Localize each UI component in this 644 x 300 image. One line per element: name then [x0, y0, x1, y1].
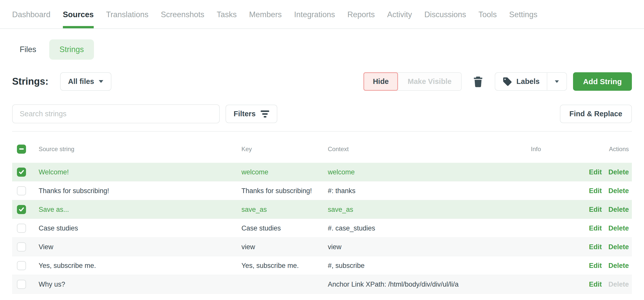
- edit-link[interactable]: Edit: [589, 187, 602, 195]
- trash-icon: [473, 76, 483, 88]
- context-cell: save_as: [328, 206, 484, 214]
- context-cell: welcome: [328, 168, 484, 176]
- key-cell: welcome: [241, 168, 328, 176]
- delete-link-disabled: Delete: [608, 281, 629, 288]
- delete-link[interactable]: Delete: [608, 243, 629, 251]
- find-replace-button[interactable]: Find & Replace: [560, 105, 632, 123]
- source-string-cell: Why us?: [39, 281, 241, 288]
- labels-button-label: Labels: [516, 77, 540, 86]
- key-cell: Yes, subscribe me.: [241, 262, 328, 270]
- filters-button[interactable]: Filters: [226, 105, 277, 123]
- caret-down-icon: [99, 80, 103, 83]
- check-icon: [18, 169, 24, 175]
- column-header-key: Key: [241, 146, 328, 153]
- edit-link[interactable]: Edit: [589, 206, 602, 214]
- nav-item-sources[interactable]: Sources: [63, 10, 94, 28]
- indeterminate-checkbox-icon: [19, 148, 24, 150]
- filter-list-icon: [261, 110, 269, 118]
- tag-icon: [502, 77, 512, 87]
- search-input[interactable]: [12, 104, 220, 123]
- table-header-row: Source string Key Context Info Actions: [12, 132, 632, 163]
- key-cell: Thanks for subscribing!: [241, 187, 328, 195]
- source-string-cell: Welcome!: [39, 168, 241, 176]
- key-cell: Case studies: [241, 224, 328, 232]
- select-all-checkbox[interactable]: [17, 145, 26, 154]
- labels-dropdown-toggle[interactable]: [547, 73, 566, 90]
- context-cell: #: thanks: [328, 187, 484, 195]
- row-checkbox[interactable]: [17, 205, 26, 214]
- delete-link[interactable]: Delete: [608, 262, 629, 270]
- column-header-info: Info: [484, 146, 541, 153]
- nav-item-members[interactable]: Members: [249, 10, 282, 28]
- nav-item-activity[interactable]: Activity: [387, 10, 412, 28]
- labels-button[interactable]: Labels: [495, 73, 547, 90]
- table-row: Save as... save_as save_as Edit Delete: [12, 200, 632, 219]
- nav-item-dashboard[interactable]: Dashboard: [12, 10, 51, 28]
- nav-item-settings[interactable]: Settings: [509, 10, 537, 28]
- table-row: Thanks for subscribing! Thanks for subsc…: [12, 181, 632, 200]
- tab-files[interactable]: Files: [20, 45, 36, 54]
- nav-item-screenshots[interactable]: Screenshots: [161, 10, 204, 28]
- source-view-tabs: Files Strings: [12, 39, 632, 60]
- page-title: Strings:: [12, 76, 48, 87]
- row-checkbox[interactable]: [17, 242, 26, 251]
- delete-link[interactable]: Delete: [608, 224, 629, 232]
- source-string-cell: Save as...: [39, 206, 241, 214]
- table-row: Yes, subscribe me. Yes, subscribe me. #,…: [12, 256, 632, 275]
- edit-link[interactable]: Edit: [589, 243, 602, 251]
- source-string-cell: View: [39, 243, 241, 251]
- file-filter-label: All files: [68, 77, 94, 86]
- row-checkbox[interactable]: [17, 168, 26, 177]
- source-string-cell: Yes, subscribe me.: [39, 262, 241, 270]
- edit-link[interactable]: Edit: [589, 168, 602, 176]
- row-checkbox[interactable]: [17, 224, 26, 233]
- caret-down-icon: [555, 80, 559, 83]
- nav-item-discussions[interactable]: Discussions: [424, 10, 466, 28]
- column-header-actions: Actions: [541, 146, 632, 153]
- strings-table: Source string Key Context Info Actions W…: [12, 132, 632, 294]
- table-row: Case studies Case studies #. case_studie…: [12, 219, 632, 238]
- nav-item-integrations[interactable]: Integrations: [294, 10, 335, 28]
- nav-item-reports[interactable]: Reports: [347, 10, 375, 28]
- toolbar-actions: Hide Make Visible Labels Add String: [363, 72, 632, 91]
- delete-link[interactable]: Delete: [608, 206, 629, 214]
- filters-button-label: Filters: [234, 110, 256, 118]
- add-string-button[interactable]: Add String: [573, 72, 632, 91]
- labels-split-button: Labels: [495, 72, 567, 91]
- context-cell: #, subscribe: [328, 262, 484, 270]
- nav-item-tools[interactable]: Tools: [479, 10, 497, 28]
- nav-item-tasks[interactable]: Tasks: [217, 10, 237, 28]
- context-cell: Anchor Link XPath: /html/body/div/div/ul…: [328, 281, 484, 288]
- edit-link[interactable]: Edit: [589, 262, 602, 270]
- top-navigation: Dashboard Sources Translations Screensho…: [0, 0, 644, 29]
- delete-link[interactable]: Delete: [608, 187, 629, 195]
- delete-selected-button[interactable]: [473, 76, 483, 88]
- column-header-context: Context: [328, 146, 484, 153]
- delete-link[interactable]: Delete: [608, 168, 629, 176]
- search-row: Filters Find & Replace: [12, 104, 632, 123]
- edit-link[interactable]: Edit: [589, 224, 602, 232]
- key-cell: save_as: [241, 206, 328, 214]
- visibility-button-group: Hide Make Visible: [363, 72, 461, 91]
- source-string-cell: Thanks for subscribing!: [39, 187, 241, 195]
- context-cell: view: [328, 243, 484, 251]
- table-row: View view view Edit Delete: [12, 238, 632, 256]
- strings-toolbar: Strings: All files Hide Make Visible Lab…: [12, 72, 632, 91]
- make-visible-button: Make Visible: [398, 73, 461, 90]
- check-icon: [18, 206, 24, 213]
- nav-item-translations[interactable]: Translations: [106, 10, 148, 28]
- context-cell: #. case_studies: [328, 224, 484, 232]
- source-string-cell: Case studies: [39, 224, 241, 232]
- row-checkbox[interactable]: [17, 186, 26, 195]
- edit-link[interactable]: Edit: [589, 281, 602, 288]
- row-checkbox[interactable]: [17, 280, 26, 289]
- key-cell: view: [241, 243, 328, 251]
- column-header-source: Source string: [39, 146, 241, 153]
- tab-strings[interactable]: Strings: [49, 39, 94, 60]
- file-filter-dropdown[interactable]: All files: [60, 72, 111, 91]
- row-checkbox[interactable]: [17, 261, 26, 270]
- table-row: Why us? Anchor Link XPath: /html/body/di…: [12, 275, 632, 294]
- table-row: Welcome! welcome welcome Edit Delete: [12, 163, 632, 181]
- hide-button[interactable]: Hide: [363, 72, 398, 91]
